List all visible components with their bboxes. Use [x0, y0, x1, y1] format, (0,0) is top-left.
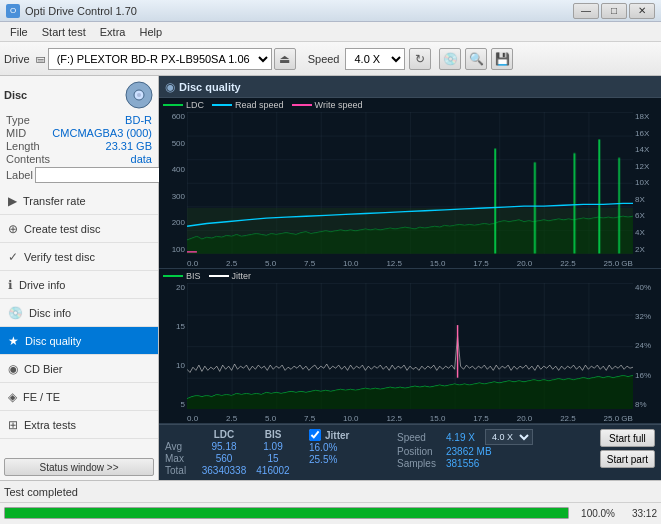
top-chart-x-labels: 0.0 2.5 5.0 7.5 10.0 12.5 15.0 17.5 20.0…	[187, 259, 633, 268]
sidebar-item-verify-test-disc[interactable]: ✓ Verify test disc	[0, 243, 158, 271]
disc-type-value: BD-R	[125, 114, 152, 126]
top-chart-svg	[187, 112, 633, 254]
bis-avg-value: 1.09	[253, 441, 293, 452]
eject-button[interactable]: ⏏	[274, 48, 296, 70]
speed-select[interactable]: 4.0 X	[345, 48, 405, 70]
fe-te-icon: ◈	[8, 390, 17, 404]
x2-7_5: 7.5	[304, 414, 315, 423]
top-chart: LDC Read speed Write speed	[159, 98, 661, 269]
status-window-container: Status window >>	[0, 454, 158, 480]
maximize-button[interactable]: □	[601, 3, 627, 19]
disc-panel-title: Disc	[4, 89, 27, 101]
position-label: Position	[397, 446, 442, 457]
extra-tests-icon: ⊞	[8, 418, 18, 432]
elapsed-time: 33:12	[619, 508, 657, 519]
x-20: 20.0	[517, 259, 533, 268]
total-label: Total	[165, 465, 195, 476]
sidebar-item-disc-quality[interactable]: ★ Disc quality	[0, 327, 158, 355]
nav-items: ▶ Transfer rate ⊕ Create test disc ✓ Ver…	[0, 187, 158, 454]
x-0: 0.0	[187, 259, 198, 268]
y2-right-32: 32%	[633, 312, 661, 321]
ldc-header-row: LDC BIS	[165, 429, 293, 440]
ldc-avg-value: 95.18	[199, 441, 249, 452]
menu-start-test[interactable]: Start test	[36, 24, 92, 40]
start-full-button[interactable]: Start full	[600, 429, 655, 447]
drive-select[interactable]: (F:) PLEXTOR BD-R PX-LB950SA 1.06	[48, 48, 272, 70]
sidebar-item-drive-info[interactable]: ℹ Drive info	[0, 271, 158, 299]
speed-label: Speed	[397, 432, 442, 443]
y2-right-40: 40%	[633, 283, 661, 292]
disc-contents-label: Contents	[6, 153, 50, 165]
start-part-button[interactable]: Start part	[600, 450, 655, 468]
x2-20: 20.0	[517, 414, 533, 423]
menu-extra[interactable]: Extra	[94, 24, 132, 40]
create-test-disc-icon: ⊕	[8, 222, 18, 236]
sidebar-item-cd-bier[interactable]: ◉ CD Bier	[0, 355, 158, 383]
scan-button[interactable]: 🔍	[465, 48, 487, 70]
samples-row: Samples 381556	[397, 458, 533, 469]
menu-help[interactable]: Help	[133, 24, 168, 40]
ldc-col-header: LDC	[199, 429, 249, 440]
title-bar-left: O Opti Drive Control 1.70	[6, 4, 137, 18]
cd-bier-label: CD Bier	[24, 363, 63, 375]
verify-test-disc-icon: ✓	[8, 250, 18, 264]
drive-info-icon: ℹ	[8, 278, 13, 292]
transfer-rate-icon: ▶	[8, 194, 17, 208]
x2-25: 25.0 GB	[604, 414, 633, 423]
speed-select-dropdown[interactable]: 4.0 X	[485, 429, 533, 445]
ldc-stats: LDC BIS Avg 95.18 1.09 Max 560 15 Total …	[165, 429, 293, 476]
save-button[interactable]: 💾	[491, 48, 513, 70]
sidebar-item-fe-te[interactable]: ◈ FE / TE	[0, 383, 158, 411]
burn-button[interactable]: 💿	[439, 48, 461, 70]
speed-position-stats: Speed 4.19 X 4.0 X Position 23862 MB Sam…	[397, 429, 533, 469]
y-left-200: 200	[159, 218, 187, 227]
refresh-button[interactable]: ↻	[409, 48, 431, 70]
svg-rect-6	[534, 162, 536, 253]
menu-file[interactable]: File	[4, 24, 34, 40]
y2-left-20: 20	[159, 283, 187, 292]
title-bar-controls: — □ ✕	[573, 3, 655, 19]
disc-header: Disc	[4, 80, 154, 110]
minimize-button[interactable]: —	[573, 3, 599, 19]
chart-header: ◉ Disc quality	[159, 76, 661, 98]
disc-panel: Disc Type BD-R MID CMCMAGBA3 (000) Lengt…	[0, 76, 158, 187]
bottom-chart-svg	[187, 283, 633, 409]
svg-rect-9	[618, 158, 620, 254]
jitter-max-value: 25.5%	[309, 454, 349, 465]
close-button[interactable]: ✕	[629, 3, 655, 19]
progress-percent: 100.0%	[573, 508, 615, 519]
svg-rect-5	[494, 149, 496, 254]
x-12_5: 12.5	[386, 259, 402, 268]
disc-info-icon: 💿	[8, 306, 23, 320]
disc-type-label: Type	[6, 114, 30, 126]
status-text: Test completed	[4, 486, 78, 498]
sidebar-item-create-test-disc[interactable]: ⊕ Create test disc	[0, 215, 158, 243]
svg-rect-7	[574, 153, 576, 254]
legend-read-speed: Read speed	[212, 100, 284, 110]
y-right-4x: 4X	[633, 228, 661, 237]
y-right-6x: 6X	[633, 211, 661, 220]
legend-bis: BIS	[163, 271, 201, 281]
disc-info-label: Disc info	[29, 307, 71, 319]
sidebar-item-extra-tests[interactable]: ⊞ Extra tests	[0, 411, 158, 439]
sidebar-item-disc-info[interactable]: 💿 Disc info	[0, 299, 158, 327]
drive-info-label: Drive info	[19, 279, 65, 291]
disc-length-label: Length	[6, 140, 40, 152]
status-window-button[interactable]: Status window >>	[4, 458, 154, 476]
y-left-100: 100	[159, 245, 187, 254]
x2-12_5: 12.5	[386, 414, 402, 423]
disc-quality-label: Disc quality	[25, 335, 81, 347]
legend-ldc-label: LDC	[186, 100, 204, 110]
jitter-checkbox[interactable]	[309, 429, 321, 441]
chart-header-icon: ◉	[165, 80, 175, 94]
x2-17_5: 17.5	[473, 414, 489, 423]
y-right-8x: 8X	[633, 195, 661, 204]
sidebar-item-transfer-rate[interactable]: ▶ Transfer rate	[0, 187, 158, 215]
disc-mid-label: MID	[6, 127, 26, 139]
position-value: 23862 MB	[446, 446, 492, 457]
x2-22_5: 22.5	[560, 414, 576, 423]
y-left-500: 500	[159, 139, 187, 148]
sidebar: Disc Type BD-R MID CMCMAGBA3 (000) Lengt…	[0, 76, 159, 480]
disc-label-input[interactable]	[35, 167, 168, 183]
y2-left-5: 5	[159, 400, 187, 409]
